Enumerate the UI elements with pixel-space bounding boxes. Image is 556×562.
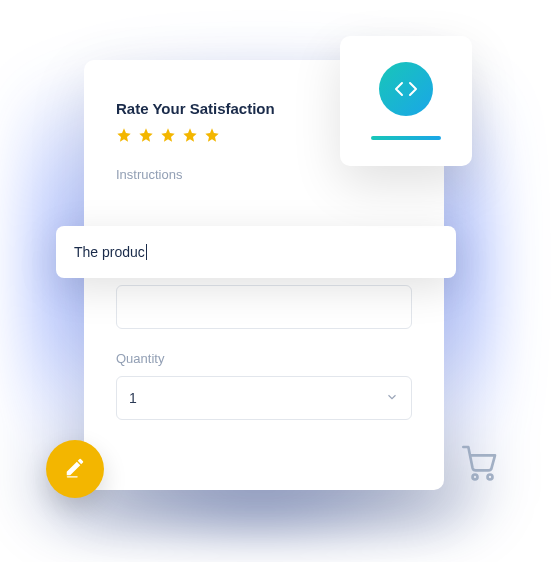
cart-icon (460, 442, 500, 486)
comments-input[interactable] (116, 285, 412, 329)
svg-point-2 (488, 475, 493, 480)
star-icon[interactable] (138, 127, 154, 143)
edit-button[interactable] (46, 440, 104, 498)
edit-icon (64, 456, 86, 482)
code-widget-card (340, 36, 472, 166)
instructions-input[interactable]: The produc (56, 226, 456, 278)
svg-point-1 (473, 475, 478, 480)
star-icon[interactable] (204, 127, 220, 143)
quantity-select[interactable]: 1 (116, 376, 412, 420)
star-icon[interactable] (182, 127, 198, 143)
code-underline (371, 136, 441, 140)
instructions-value: The produc (74, 244, 145, 260)
code-icon[interactable] (379, 62, 433, 116)
quantity-value: 1 (129, 390, 137, 406)
chevron-down-icon (385, 390, 399, 407)
svg-rect-0 (67, 476, 78, 477)
star-icon[interactable] (160, 127, 176, 143)
star-icon[interactable] (116, 127, 132, 143)
instructions-label: Instructions (116, 167, 412, 182)
quantity-label: Quantity (116, 351, 412, 366)
text-caret (146, 244, 147, 260)
